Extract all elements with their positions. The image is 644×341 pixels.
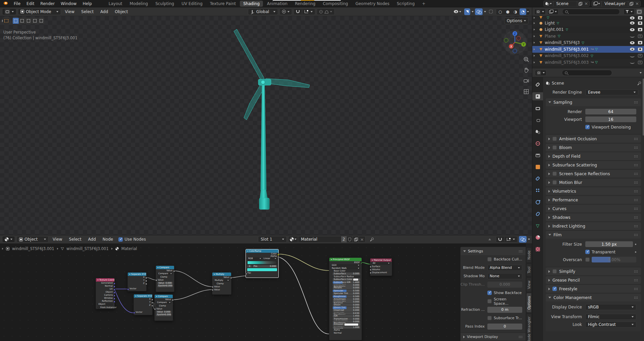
properties-options-dropdown[interactable]: [640, 72, 642, 74]
hide-in-viewport-toggle[interactable]: [630, 48, 635, 51]
node-output-socket[interactable]: Y: [134, 301, 152, 304]
bsdf-input-row[interactable]: Transmission 0.000: [333, 318, 360, 321]
topbar-menu[interactable]: Window: [58, 1, 79, 6]
collapsed-panel[interactable]: Freestyle: [546, 285, 641, 293]
object-name[interactable]: windmill_ST5F6J3: [545, 40, 580, 45]
workspace-tab[interactable]: Modeling: [126, 1, 152, 7]
object-name[interactable]: windmill_ST5F6J3.001: [545, 47, 589, 52]
workspace-tab[interactable]: Animation: [264, 1, 291, 7]
look-dropdown[interactable]: High Contrast: [585, 322, 636, 328]
material-users-count[interactable]: 2: [341, 236, 347, 242]
outliner-row[interactable]: windmill_ST5F6J3 ↪ ▽: [532, 40, 644, 46]
node-compare[interactable]: Compare Value Compare Clamp Value Value0…: [156, 265, 174, 292]
texcoord-object-field[interactable]: Object: [97, 303, 113, 306]
unlink-material-icon[interactable]: [359, 236, 365, 242]
hide-in-viewport-toggle[interactable]: [630, 16, 635, 19]
collapsed-panel[interactable]: Volumetrics: [546, 187, 641, 195]
viewport-display-panel-header[interactable]: Viewport Display: [461, 333, 526, 341]
material-browse-icon[interactable]: [290, 237, 294, 241]
tab-scene[interactable]: [532, 128, 543, 136]
clip-threshold-field[interactable]: 0.000: [487, 282, 522, 288]
node-multiply[interactable]: Multiply Value Multiply Clamp Value Valu…: [212, 272, 231, 295]
bsdf-input-row[interactable]: IOR 1.450: [333, 315, 360, 318]
node-overlays-toggle[interactable]: [519, 236, 527, 243]
expand-arrow-icon[interactable]: [534, 28, 537, 31]
value-field[interactable]: Value0.000: [156, 311, 171, 313]
navigation-gizmo[interactable]: Z Y X: [502, 30, 528, 55]
node-separate-xyz[interactable]: Separate XYZ X Y Z Vector: [127, 272, 147, 291]
backface-culling-toggle[interactable]: Backface Cull...: [487, 257, 522, 261]
hide-in-viewport-toggle[interactable]: [630, 54, 635, 57]
properties-scrollbar[interactable]: [643, 79, 644, 136]
sidebar-tab[interactable]: Options: [527, 293, 531, 312]
display-device-dropdown[interactable]: sRGB: [585, 304, 636, 310]
node-input-socket[interactable]: Value: [156, 279, 174, 282]
tab-material[interactable]: [532, 233, 543, 241]
node-editor-menu[interactable]: View: [50, 237, 65, 242]
blender-logo-icon[interactable]: [3, 1, 8, 6]
bsdf-input-row[interactable]: Subsurface 0.000: [333, 273, 360, 275]
node-input-socket[interactable]: Surface: [370, 265, 392, 268]
from-instancer-row[interactable]: From Instancer: [96, 306, 114, 309]
node-output-socket[interactable]: Alpha: [246, 255, 278, 257]
workspace-tab[interactable]: UV Editing: [178, 1, 206, 7]
workspace-tab[interactable]: Scripting: [393, 1, 418, 7]
snap-group[interactable]: [293, 8, 315, 15]
bsdf-input-row[interactable]: Sheen 0.000: [333, 304, 360, 306]
screen-space-refraction-checkbox[interactable]: [487, 299, 492, 303]
collapsed-panel[interactable]: Bloom: [546, 144, 641, 151]
workspace-tab[interactable]: Geometry Nodes: [352, 1, 393, 7]
disable-in-render-toggle[interactable]: [638, 35, 642, 38]
ramp-position-field[interactable]: Pos0.000: [253, 265, 277, 268]
disable-in-render-toggle[interactable]: [638, 16, 642, 19]
disable-in-render-toggle[interactable]: [638, 48, 642, 51]
unlink-scene-icon[interactable]: [583, 1, 589, 6]
collapsed-panel[interactable]: Motion Blur: [546, 179, 641, 186]
backface-culling-checkbox[interactable]: [487, 257, 492, 261]
display-mode-button[interactable]: [547, 9, 558, 15]
pin-id-icon[interactable]: [637, 81, 641, 85]
node-principled-bsdf[interactable]: Principled BSDF BSDF GGX Random Walk Bas…: [329, 257, 362, 340]
workspace-tab[interactable]: Compositing: [319, 1, 351, 7]
collapsed-panel[interactable]: Shadows: [546, 213, 641, 221]
bsdf-input-row[interactable]: Base Color: [333, 270, 360, 273]
overlays-toggle[interactable]: [475, 8, 483, 15]
node-editor-menu[interactable]: Select: [66, 237, 84, 242]
film-panel-header[interactable]: Film: [546, 231, 641, 239]
pin-icon[interactable]: [370, 237, 374, 241]
disable-in-render-toggle[interactable]: [638, 61, 642, 64]
zoom-icon[interactable]: [523, 56, 529, 62]
windmill-object[interactable]: [0, 16, 532, 235]
bsdf-input-row[interactable]: Subsurface IOR 1.400: [333, 281, 360, 284]
xray-toggle[interactable]: [487, 8, 494, 15]
collapsed-panel[interactable]: Screen Space Reflections: [546, 170, 641, 178]
bsdf-input-row[interactable]: Specular 0.500: [333, 290, 360, 292]
screen-space-refraction-toggle[interactable]: Screen Space...: [487, 297, 522, 306]
node-snap-group[interactable]: [496, 236, 518, 243]
hide-in-viewport-toggle[interactable]: [630, 28, 635, 31]
tab-world[interactable]: [532, 139, 543, 147]
shading-rendered-button[interactable]: ◔: [520, 8, 526, 15]
node-output-socket[interactable]: Normal: [96, 285, 114, 288]
editor-type-button[interactable]: [534, 9, 546, 15]
tab-view-layer[interactable]: [532, 116, 543, 124]
object-name[interactable]: windmill_ST5F6J3.003: [545, 60, 589, 65]
shader-type-dropdown[interactable]: Object: [16, 236, 49, 243]
transparent-toggle[interactable]: Transparent: [585, 250, 639, 254]
bsdf-input-row[interactable]: Specular Tint 0.000: [333, 292, 360, 295]
fake-user-icon[interactable]: [348, 238, 351, 241]
tab-tool[interactable]: [532, 81, 543, 89]
node-output-socket[interactable]: Value: [155, 298, 173, 301]
pan-hand-icon[interactable]: [523, 67, 529, 73]
shading-dropdown[interactable]: [527, 11, 529, 12]
tab-object[interactable]: [532, 163, 543, 171]
viewlayer-name[interactable]: ViewLayer: [602, 1, 628, 6]
workspace-tab[interactable]: Shading: [240, 1, 263, 7]
tab-object-data[interactable]: [532, 222, 543, 230]
expand-arrow-icon[interactable]: [534, 61, 537, 64]
shading-wireframe-button[interactable]: ○: [497, 8, 503, 15]
math-operation-dropdown[interactable]: Multiply: [214, 279, 230, 282]
node-snap-target-icon[interactable]: [507, 238, 511, 241]
viewport-canvas[interactable]: Options User Perspective (76) Collection…: [0, 16, 532, 235]
panel-checkbox[interactable]: [552, 287, 557, 291]
